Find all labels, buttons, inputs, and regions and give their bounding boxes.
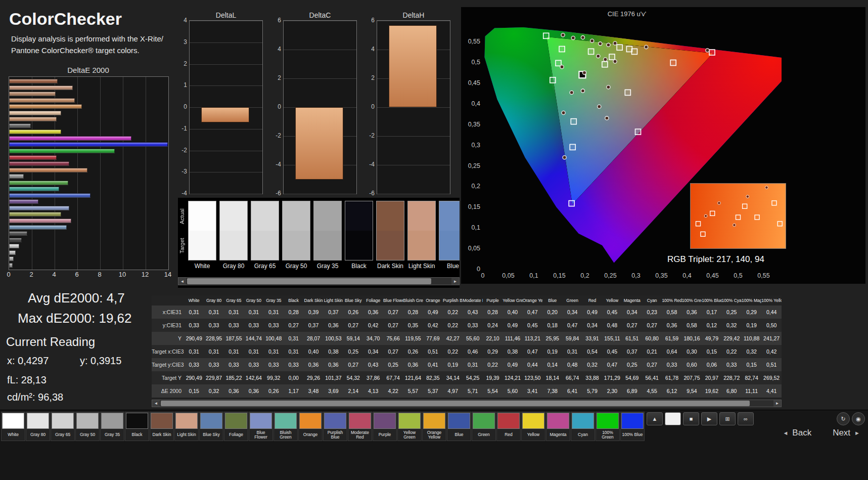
patch-button[interactable]: Black — [125, 412, 149, 441]
patch-label: Foliage — [224, 429, 248, 441]
table-cell: 0,31 — [562, 345, 582, 358]
table-cell: 82,74 — [742, 371, 761, 384]
axis-tick-label: 0,1 — [529, 272, 538, 279]
swatch-target — [283, 231, 310, 260]
table-scrollbar[interactable]: ◄ ► — [152, 400, 782, 407]
table-scroll-thumb[interactable] — [161, 401, 750, 406]
gridline — [377, 165, 450, 165]
axis-tick-label: 0,35 — [462, 121, 480, 128]
patch-button[interactable]: Yellow — [521, 412, 545, 441]
measurement-point — [582, 71, 586, 74]
stop-button[interactable]: ■ — [683, 412, 699, 425]
swatch-scrollbar[interactable]: ◄ ► — [178, 277, 460, 285]
patch-button[interactable]: 100% Blue — [620, 412, 645, 441]
patch-color — [299, 413, 322, 429]
patch-button[interactable]: Gray 50 — [75, 412, 100, 441]
table-cell: 22,10 — [483, 332, 502, 345]
scroll-right-icon[interactable]: ► — [773, 400, 781, 407]
table-row: Target y:CIE310,330,330,330,330,330,330,… — [152, 358, 782, 371]
table-cell: 9,54 — [682, 384, 702, 398]
deltaE-bar — [9, 231, 27, 236]
refresh-button[interactable]: ↻ — [837, 412, 850, 425]
axis-tick-label: 0,45 — [462, 79, 480, 86]
scroll-left-icon[interactable]: ◄ — [178, 278, 186, 285]
patch-button[interactable]: Light Skin — [174, 412, 199, 441]
table-cell: 0,49 — [502, 358, 522, 371]
eject-button[interactable]: ▲ — [647, 412, 663, 425]
inset-target-point — [772, 201, 776, 205]
patch-button[interactable]: Foliage — [224, 412, 248, 441]
axis-tick-label: 4 — [366, 46, 375, 53]
table-row: Y290,49228,95187,55144,74100,480,3128,07… — [152, 332, 782, 345]
patch-button[interactable]: Magenta — [546, 412, 570, 441]
table-cell: 0,60 — [682, 358, 702, 371]
table-cell: 101,37 — [324, 371, 343, 384]
table-cell: 0,26 — [403, 345, 423, 358]
swatch-label: Gray 50 — [282, 263, 310, 270]
scroll-left-icon[interactable]: ◄ — [152, 400, 160, 407]
table-cell: 59,84 — [562, 332, 582, 345]
patch-button[interactable]: Yellow Green — [397, 412, 422, 441]
play-button[interactable]: ▶ — [701, 412, 717, 425]
table-cell: 0,48 — [562, 358, 582, 371]
swatch-scroll-thumb[interactable] — [187, 278, 431, 284]
axis-tick-label: 0,05 — [502, 272, 514, 279]
patch-button[interactable]: Purple — [373, 412, 397, 441]
patch-button[interactable]: Dark Skin — [150, 412, 174, 441]
patch-button[interactable]: Blue Flower — [249, 412, 273, 441]
swatch-scroll-track[interactable] — [186, 278, 451, 285]
windows-button[interactable]: ⊞ — [719, 412, 736, 425]
deltaC-chart: DeltaC 6420-2-4-6 — [272, 11, 357, 204]
measurement-point — [570, 91, 573, 94]
patch-button[interactable]: Gray 35 — [100, 412, 124, 441]
swatch-actual — [377, 201, 404, 231]
table-cell: 0,31 — [244, 345, 263, 358]
measurement-point — [590, 39, 594, 42]
table-cell: 0,38 — [502, 345, 522, 358]
patch-button[interactable]: Blue Sky — [199, 412, 223, 441]
cie-zoom-inset-points — [691, 184, 786, 248]
patch-label: Red — [497, 429, 520, 441]
power-button[interactable]: ◉ — [852, 412, 865, 425]
cie-title: CIE 1976 u'v' — [483, 10, 771, 18]
cie-diagram — [461, 7, 865, 284]
swatch-actual — [408, 201, 435, 231]
target-row-label: Target — [179, 229, 186, 263]
patch-button[interactable]: White — [1, 412, 25, 441]
table-cell: 0,39 — [303, 306, 323, 319]
back-button[interactable]: ◄ Back — [780, 427, 814, 439]
deltaE-bar — [9, 117, 57, 121]
swatch-color — [282, 201, 310, 260]
patch-button[interactable]: Green — [472, 412, 496, 441]
axis-tick-label: 0,5 — [734, 272, 742, 279]
patch-button[interactable]: Red — [496, 412, 521, 441]
patch-button[interactable]: Orange — [298, 412, 323, 441]
column-header: Gray 35 — [264, 295, 284, 306]
patch-button[interactable]: 100% Green — [596, 412, 620, 441]
patch-button[interactable]: Orange Yellow — [422, 412, 446, 441]
table-cell: 0,31 — [264, 345, 284, 358]
target-point — [569, 201, 574, 206]
patch-button[interactable]: Blue — [447, 412, 471, 441]
table-cell: 0,33 — [204, 358, 223, 371]
patch-button[interactable]: Bluish Green — [273, 412, 298, 441]
pattern-window-button[interactable] — [665, 412, 681, 425]
scroll-right-icon[interactable]: ► — [451, 278, 459, 285]
continuous-measure-button[interactable]: ∞ — [738, 412, 754, 425]
measurement-point — [597, 54, 600, 58]
patch-button[interactable]: Purplish Blue — [323, 412, 347, 441]
measurement-point — [613, 60, 617, 63]
table-cell: 60,80 — [642, 332, 662, 345]
next-button[interactable]: Next ► — [830, 427, 863, 439]
patch-button[interactable]: Cyan — [571, 412, 595, 441]
target-point — [617, 45, 622, 50]
patch-button[interactable]: Gray 65 — [51, 412, 75, 441]
deltaE-bar — [9, 244, 19, 248]
patch-button[interactable]: Moderate Red — [348, 412, 372, 441]
table-scroll-track[interactable] — [160, 400, 773, 407]
table-cell: 0,42 — [423, 319, 443, 332]
table-cell: 0,49 — [582, 306, 602, 319]
table-cell: 55,60 — [463, 332, 482, 345]
swatch-actual — [220, 201, 247, 231]
patch-button[interactable]: Gray 80 — [26, 412, 50, 441]
